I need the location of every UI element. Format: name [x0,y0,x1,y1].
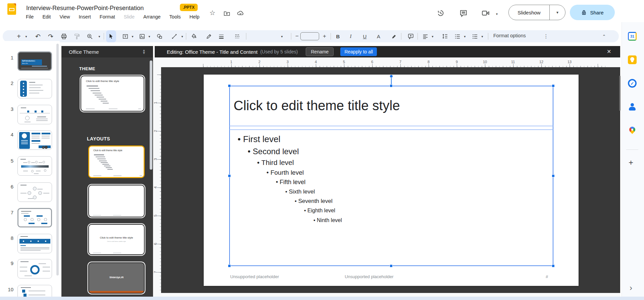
insert-line-caret-icon[interactable]: ▾ [180,30,185,42]
handle-bottom-right[interactable] [552,264,555,267]
move-folder-icon[interactable] [224,10,230,17]
meet-dropdown-caret-icon[interactable]: ▾ [496,12,498,16]
slide-thumbnail-7[interactable] [17,208,52,227]
comment-history-icon[interactable] [459,9,468,17]
border-color-button[interactable] [204,30,214,42]
handle-middle-left[interactable] [228,174,231,177]
fill-color-button[interactable] [189,30,199,42]
zoom-caret-icon[interactable]: ▾ [97,30,102,42]
menu-file[interactable]: File [21,13,38,21]
hide-side-panel-chevron-icon[interactable]: › [630,283,632,293]
menu-format[interactable]: Format [95,13,119,21]
insert-comment-button[interactable] [405,30,416,42]
handle-top-right[interactable] [552,84,555,87]
menu-edit[interactable]: Edit [38,13,55,21]
slide-thumbnail-8[interactable] [17,234,52,253]
slide-thumbnail-2[interactable] [17,79,52,98]
google-slides-logo-icon[interactable] [7,3,16,15]
insert-image-caret-icon[interactable]: ▾ [147,30,152,42]
toolbar-overflow-button[interactable]: ⋮ [542,30,550,42]
handle-bottom-left[interactable] [228,264,231,267]
slide-thumbnail-4[interactable] [17,130,52,150]
highlight-color-button[interactable] [389,30,399,42]
slide-thumbnail-9[interactable] [17,259,52,278]
layout-thumbnail-title-and-content[interactable]: Click to edit theme title style [88,145,145,178]
font-size-input[interactable] [300,32,319,40]
undo-button[interactable]: ↶ [33,30,43,42]
handle-top-center[interactable] [390,84,393,87]
share-button[interactable]: Share [570,5,615,20]
reapply-to-all-button[interactable]: Reapply to all [340,47,377,56]
align-button[interactable] [420,30,430,42]
close-editing-icon[interactable]: ✕ [607,48,611,55]
star-icon[interactable]: ☆ [209,9,216,15]
text-color-button[interactable]: A [374,30,383,42]
document-title[interactable]: Interview-Resume-PowerPoint-Presentation [26,5,144,12]
layout-thumbnail-section-header[interactable]: Click to edit theme title style Click to… [88,224,145,255]
numbered-list-button[interactable] [452,30,462,42]
select-tool-button[interactable] [106,30,116,42]
align-caret-icon[interactable]: ▾ [430,30,435,42]
insert-line-button[interactable] [169,30,179,42]
insert-image-button[interactable] [137,30,147,42]
google-contacts-icon[interactable] [628,102,637,111]
underline-button[interactable]: U [360,30,369,42]
text-box-tool-button[interactable] [120,30,130,42]
get-add-ons-button[interactable]: + [629,158,633,167]
numbered-list-caret-icon[interactable]: ▾ [462,30,467,42]
menu-tools[interactable]: Tools [165,13,185,21]
footer-placeholder-left[interactable]: Unsupported placeholder [230,274,279,279]
footer-placeholder-slide-number[interactable]: # [546,274,548,279]
increase-font-size-button[interactable]: + [320,30,329,42]
google-calendar-icon[interactable]: 31 [628,32,637,41]
menu-view[interactable]: View [55,13,74,21]
footer-placeholder-center[interactable]: Unsupported placeholder [336,274,403,279]
google-tasks-icon[interactable]: ✓ [628,79,637,88]
cloud-saved-icon[interactable] [237,10,244,17]
format-options-button[interactable]: Format options [493,33,526,38]
slideshow-dropdown-caret-icon[interactable]: ▾ [550,10,565,15]
google-keep-icon[interactable] [628,55,637,64]
bold-button[interactable]: B [334,30,342,42]
slideshow-button[interactable]: Slideshow ▾ [508,5,565,20]
menu-help[interactable]: Help [185,13,204,21]
border-weight-button[interactable] [216,30,226,42]
new-slide-button[interactable]: + [14,30,23,42]
menu-insert[interactable]: Insert [75,13,95,21]
print-button[interactable] [58,30,69,42]
slide-thumbnail-6[interactable] [17,182,52,202]
theme-panel-scrollbar[interactable] [150,60,152,170]
bulleted-list-button[interactable] [470,30,480,42]
handle-top-left[interactable] [228,84,231,87]
collapse-toolbar-button[interactable]: ⌃ [599,30,609,42]
slide-thumbnail-3[interactable] [17,105,52,124]
version-history-icon[interactable] [436,9,445,17]
theme-master-thumbnail[interactable]: Click to edit theme title style [81,76,144,112]
redo-button[interactable]: ↷ [46,30,56,42]
border-dash-button[interactable] [232,30,242,42]
canvas-vertical-scrollbar[interactable] [619,76,621,111]
menu-arrange[interactable]: Arrange [139,13,165,21]
slide-thumbnail-5[interactable] [17,156,52,176]
handle-bottom-center[interactable] [390,264,393,267]
handle-middle-right[interactable] [552,174,555,177]
slide-thumbnail-10[interactable] [17,285,52,297]
layout-thumbnail-blank[interactable] [88,185,145,217]
text-box-caret-icon[interactable]: ▾ [130,30,135,42]
rotation-handle[interactable] [390,75,393,78]
line-spacing-button[interactable] [440,30,450,42]
slide-thumbnail-1[interactable]: Self Introduction | About Me [17,51,52,71]
filmstrip-scrollbar[interactable] [56,44,59,275]
decrease-font-size-button[interactable]: − [293,30,301,42]
rename-button[interactable]: Rename [306,47,334,56]
layout-thumbnail-brand[interactable]: SlideUpLift [88,262,145,294]
meet-camera-icon[interactable] [481,9,490,17]
new-slide-caret-icon[interactable]: ▾ [23,30,29,42]
bulleted-list-caret-icon[interactable]: ▾ [480,30,485,42]
placeholder-selection-rect[interactable] [229,86,553,266]
italic-button[interactable]: I [346,30,355,42]
font-family-dropdown[interactable]: ▾ [279,30,285,42]
insert-shape-button[interactable] [154,30,164,42]
sort-arrows-icon[interactable]: ▲▼ [142,49,146,54]
zoom-button[interactable] [85,30,95,42]
